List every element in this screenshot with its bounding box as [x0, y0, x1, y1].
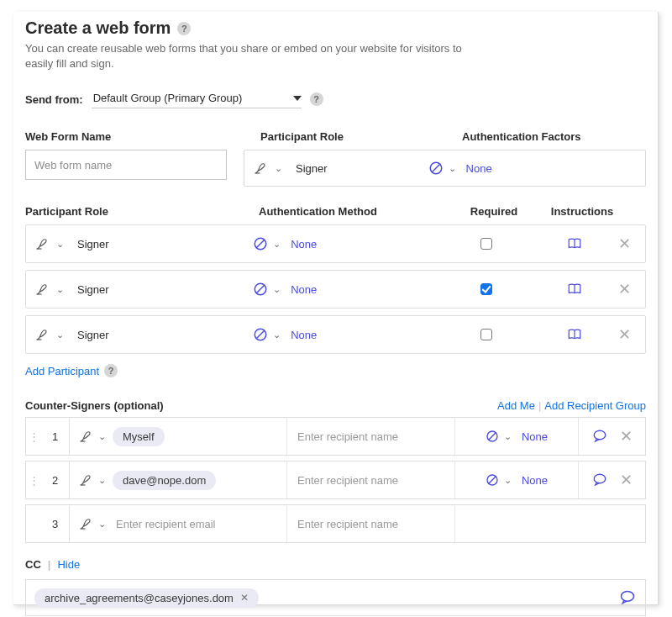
role-value: Signer — [77, 238, 109, 250]
chevron-down-icon: ⌄ — [56, 239, 64, 250]
svg-point-13 — [594, 475, 606, 484]
auth-selector[interactable]: ⌄ None — [454, 418, 578, 455]
chevron-down-icon: ⌄ — [504, 475, 512, 486]
message-icon[interactable] — [591, 472, 608, 488]
page-title-text: Create a web form — [25, 18, 171, 38]
help-icon[interactable]: ? — [310, 92, 323, 106]
row-number: 3 — [41, 505, 70, 542]
participant-row: ⌄ Signer ⌄ None ✕ — [25, 224, 646, 263]
message-icon[interactable] — [618, 589, 637, 606]
send-from-row: Send from: Default Group (Primary Group)… — [25, 90, 646, 108]
auth-selector[interactable]: ⌄ None — [253, 282, 436, 297]
role-selector[interactable]: ⌄ — [78, 516, 106, 531]
svg-line-5 — [256, 285, 265, 294]
auth-cell-empty — [454, 505, 578, 542]
recipient-chip[interactable]: Myself — [113, 427, 165, 446]
delete-button[interactable]: ✕ — [618, 235, 631, 253]
instructions-icon[interactable] — [566, 236, 583, 251]
required-checkbox[interactable] — [480, 238, 492, 250]
counter-signer-row: ⋮ 2 ⌄ dave@nope.dom ⌄ None ✕ — [25, 461, 646, 499]
cc-row: CC | Hide — [25, 558, 646, 571]
help-icon[interactable]: ? — [104, 364, 118, 377]
role-selector[interactable]: ⌄ Signer — [34, 236, 253, 251]
delete-button[interactable]: ✕ — [620, 471, 633, 489]
auth-value: None — [522, 430, 548, 443]
drag-handle-icon[interactable]: ⋮ — [26, 430, 41, 443]
row-actions: ✕ — [578, 461, 645, 498]
chevron-down-icon: ⌄ — [273, 284, 281, 295]
chevron-down-icon: ⌄ — [449, 163, 456, 174]
cc-input-box[interactable]: archive_agreements@caseyjones.dom ✕ — [25, 579, 646, 616]
delete-button[interactable]: ✕ — [620, 427, 633, 446]
recipient-name-input[interactable] — [286, 505, 454, 542]
cc-chip[interactable]: archive_agreements@caseyjones.dom ✕ — [34, 588, 259, 608]
message-icon[interactable] — [591, 429, 608, 444]
counter-signer-row: 3 ⌄ — [25, 504, 646, 543]
header-role: Participant Role — [25, 205, 259, 218]
pen-icon — [34, 282, 51, 297]
recipient-name-cell — [286, 461, 454, 498]
svg-line-7 — [256, 330, 265, 340]
row-actions — [578, 505, 645, 542]
recipient-name-input[interactable] — [286, 418, 454, 455]
role-value: Signer — [296, 162, 328, 175]
chevron-down-icon: ⌄ — [275, 163, 282, 174]
header-required: Required — [444, 205, 544, 218]
add-recipient-group-link[interactable]: Add Recipient Group — [544, 399, 646, 412]
role-selector[interactable]: ⌄ — [78, 472, 106, 488]
web-form-name-input[interactable] — [25, 150, 227, 180]
role-auth-box: ⌄ Signer ⌄ None — [244, 150, 646, 187]
add-participant-link[interactable]: Add Participant — [25, 365, 99, 377]
pen-icon — [34, 236, 51, 251]
counter-signers-links: Add Me | Add Recipient Group — [497, 399, 646, 412]
chip-remove-icon[interactable]: ✕ — [240, 592, 249, 604]
role-value: Signer — [77, 283, 109, 296]
prohibit-icon — [253, 282, 268, 297]
page-container: Create a web form ? You can create reusa… — [13, 12, 659, 605]
auth-selector[interactable]: ⌄ None — [253, 236, 436, 251]
row-number: 2 — [41, 461, 70, 498]
svg-line-1 — [431, 164, 440, 173]
recipient-name-cell — [286, 418, 454, 455]
pen-icon — [78, 429, 95, 444]
required-checkbox[interactable] — [480, 283, 492, 295]
required-checkbox[interactable] — [480, 329, 492, 340]
role-selector[interactable]: ⌄ Signer — [34, 327, 253, 342]
role-selector[interactable]: ⌄ — [78, 429, 106, 444]
chevron-down-icon: ⌄ — [273, 330, 281, 340]
delete-button[interactable]: ✕ — [618, 325, 631, 344]
auth-selector[interactable]: ⌄ None — [454, 461, 578, 498]
page-title: Create a web form ? — [25, 18, 191, 38]
role-selector[interactable]: ⌄ Signer — [253, 161, 328, 176]
auth-selector[interactable]: ⌄ None — [428, 161, 492, 176]
svg-line-9 — [488, 433, 496, 440]
recipient-name-input[interactable] — [286, 461, 454, 498]
drag-handle-icon[interactable]: ⋮ — [26, 474, 41, 487]
svg-line-12 — [488, 477, 496, 484]
instructions-icon[interactable] — [566, 282, 583, 297]
auth-selector[interactable]: ⌄ None — [253, 327, 436, 342]
delete-button[interactable]: ✕ — [618, 280, 631, 298]
recipient-chip[interactable]: dave@nope.dom — [113, 471, 216, 490]
add-me-link[interactable]: Add Me — [497, 399, 535, 412]
section2-headers: Participant Role Authentication Method R… — [25, 205, 646, 218]
chevron-down-icon — [293, 96, 302, 101]
recipient-name-cell — [286, 505, 454, 542]
participant-row: ⌄ Signer ⌄ None ✕ — [25, 315, 646, 354]
cc-hide-link[interactable]: Hide — [57, 558, 80, 571]
web-form-name-label: Web Form Name — [25, 130, 244, 143]
help-icon[interactable]: ? — [177, 22, 191, 35]
role-selector[interactable]: ⌄ Signer — [34, 282, 253, 297]
chevron-down-icon: ⌄ — [98, 475, 106, 486]
instructions-icon[interactable] — [566, 327, 583, 342]
send-from-dropdown[interactable]: Default Group (Primary Group) — [92, 90, 302, 108]
pen-icon — [78, 472, 95, 488]
row-actions: ✕ — [578, 418, 645, 455]
auth-value: None — [291, 238, 317, 250]
send-from-value: Default Group (Primary Group) — [93, 92, 243, 104]
counter-signers-header: Counter-Signers (optional) Add Me | Add … — [25, 399, 646, 412]
recipient-email-input[interactable] — [113, 511, 286, 536]
auth-value: None — [291, 283, 317, 296]
chevron-down-icon: ⌄ — [98, 519, 106, 530]
divider: | — [48, 558, 51, 571]
